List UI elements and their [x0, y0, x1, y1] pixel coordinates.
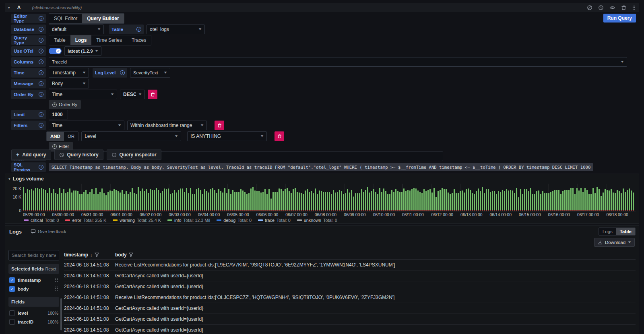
selected-field-item[interactable]: body [8, 285, 59, 293]
info-icon[interactable] [39, 49, 43, 53]
volume-bar [176, 193, 177, 211]
tab-traces[interactable]: Traces [127, 35, 151, 45]
reset-button[interactable]: Reset [45, 266, 56, 271]
info-icon[interactable] [39, 123, 43, 128]
drag-handle-icon[interactable] [632, 5, 636, 10]
filter-value-select[interactable]: Within dashboard time range ▼ [127, 121, 207, 130]
volume-bar [63, 189, 64, 211]
search-fields-input[interactable] [8, 250, 59, 260]
info-icon[interactable] [39, 70, 43, 75]
filter-funnel-icon[interactable] [129, 252, 133, 257]
sidebar-scrollbar[interactable] [60, 298, 62, 330]
limit-input[interactable] [49, 110, 68, 119]
use-otel-toggle[interactable] [49, 48, 62, 54]
info-icon[interactable] [39, 165, 43, 170]
volume-bar [482, 187, 483, 211]
order-by-direction-select[interactable]: DESC ▼ [120, 90, 145, 99]
checkbox-checked[interactable] [9, 277, 15, 283]
checkbox-unchecked[interactable] [9, 319, 15, 325]
legend-item[interactable]: criticalTotal: 0 [24, 218, 59, 223]
query-row-header[interactable]: ▾ A (clickhouse-observability) [5, 3, 639, 12]
database-select[interactable]: default ▼ [49, 25, 104, 34]
legend-item[interactable]: debugTotal: 0 [217, 218, 252, 223]
collapse-chevron-icon[interactable]: ▾ [8, 177, 10, 181]
field-item[interactable]: traceID100% [8, 318, 59, 326]
legend-item[interactable]: warningTotal: 25.4 K [113, 218, 161, 223]
order-by-field-select[interactable]: Time ▼ [49, 90, 117, 99]
disable-query-icon[interactable] [587, 5, 592, 10]
table-row[interactable]: 2024-06-18 14:51:08GetCartAsync called w… [64, 281, 636, 292]
drag-handle-icon[interactable] [55, 287, 58, 291]
selected-field-item[interactable]: timestamp [8, 276, 59, 285]
filter-field-select[interactable]: Time ▼ [49, 121, 124, 130]
view-option-table[interactable]: Table [616, 228, 635, 235]
columns-multiselect[interactable]: TraceId ▼ [49, 57, 627, 67]
info-icon[interactable] [39, 112, 43, 117]
field-item[interactable]: level100% [8, 309, 59, 318]
trash-icon[interactable] [621, 5, 626, 10]
volume-bar [260, 193, 262, 211]
timestamp-column-header[interactable]: timestamp [64, 252, 115, 258]
volume-bar [69, 189, 70, 211]
filter2-operator-select[interactable]: IS ANYTHING ▼ [187, 131, 267, 141]
checkbox-checked[interactable] [9, 286, 15, 292]
log-level-select[interactable]: SeverityText ▼ [130, 68, 170, 78]
info-icon[interactable] [39, 38, 43, 43]
filter-funnel-icon[interactable] [95, 252, 99, 257]
logs-volume-header[interactable]: ▾ Logs volume [5, 174, 639, 182]
info-icon[interactable] [120, 70, 125, 75]
table-row[interactable]: 2024-06-18 14:51:08GetCartAsync called w… [64, 270, 636, 281]
query-history-button[interactable]: Query history [54, 150, 103, 160]
give-feedback-link[interactable]: Give feedback [31, 229, 66, 234]
remove-filter2-button[interactable] [275, 131, 284, 141]
legend-item[interactable]: unknownTotal: 0 [297, 218, 337, 223]
or-option[interactable]: OR [64, 132, 78, 141]
tab-query-builder[interactable]: Query Builder [82, 14, 124, 23]
message-column-select[interactable]: Body ▼ [49, 79, 89, 88]
legend-item[interactable]: infoTotal: 12.3 Mil [167, 218, 210, 223]
checkbox-unchecked[interactable] [9, 310, 15, 316]
volume-bar [578, 191, 580, 211]
view-option-logs[interactable]: Logs [599, 228, 616, 235]
drag-handle-icon[interactable] [55, 278, 58, 283]
tab-time-series[interactable]: Time Series [91, 35, 127, 45]
download-button[interactable]: Download ▼ [594, 238, 635, 247]
remove-filter-button[interactable] [215, 121, 224, 130]
volume-bar [184, 192, 185, 211]
table-row[interactable]: 2024-06-18 14:51:08GetCartAsync called w… [64, 303, 636, 314]
info-icon[interactable] [136, 27, 141, 32]
body-column-header[interactable]: body [115, 252, 133, 258]
tab-table[interactable]: Table [49, 35, 70, 45]
eye-icon[interactable] [609, 5, 615, 10]
volume-bar [423, 189, 425, 211]
add-order-by-button[interactable]: Order By [49, 100, 81, 109]
volume-bar [544, 193, 545, 211]
tab-sql-editor[interactable]: SQL Editor [49, 14, 82, 23]
info-icon[interactable] [39, 81, 43, 86]
and-option[interactable]: AND [47, 132, 64, 141]
query-inspector-button[interactable]: Query inspector [107, 150, 161, 160]
time-column-select[interactable]: Timestamp ▼ [49, 68, 89, 78]
legend-item[interactable]: traceTotal: 0 [258, 218, 291, 223]
otel-version-select[interactable]: latest (1.2.9) ▼ [64, 46, 101, 56]
info-icon[interactable] [39, 59, 43, 64]
table-row[interactable]: 2024-06-18 14:51:08GetCartAsync called w… [64, 325, 636, 334]
table-row[interactable]: 2024-06-18 14:51:08GetCartAsync called w… [64, 314, 636, 325]
tab-logs[interactable]: Logs [70, 35, 92, 45]
collapse-chevron-icon[interactable]: ▾ [8, 6, 10, 10]
volume-bar [520, 189, 521, 211]
table-select[interactable]: otel_logs ▼ [147, 25, 205, 34]
logs-volume-plot[interactable] [23, 184, 636, 211]
info-icon[interactable] [39, 92, 43, 97]
add-query-button[interactable]: + Add query [11, 150, 51, 160]
info-icon[interactable] [39, 27, 43, 32]
table-row[interactable]: 2024-06-18 14:51:08Receive ListRecommend… [64, 292, 636, 303]
history-icon[interactable] [598, 5, 604, 10]
volume-bar [107, 192, 109, 211]
legend-item[interactable]: errorTotal: 255 K [65, 218, 106, 223]
sort-desc-icon[interactable] [90, 252, 93, 258]
table-row[interactable]: 2024-06-18 14:51:08Receive ListRecommend… [64, 260, 636, 270]
info-icon[interactable] [39, 16, 43, 21]
remove-order-by-button[interactable] [148, 90, 157, 99]
filter2-field-select[interactable]: Level ▼ [81, 131, 181, 141]
